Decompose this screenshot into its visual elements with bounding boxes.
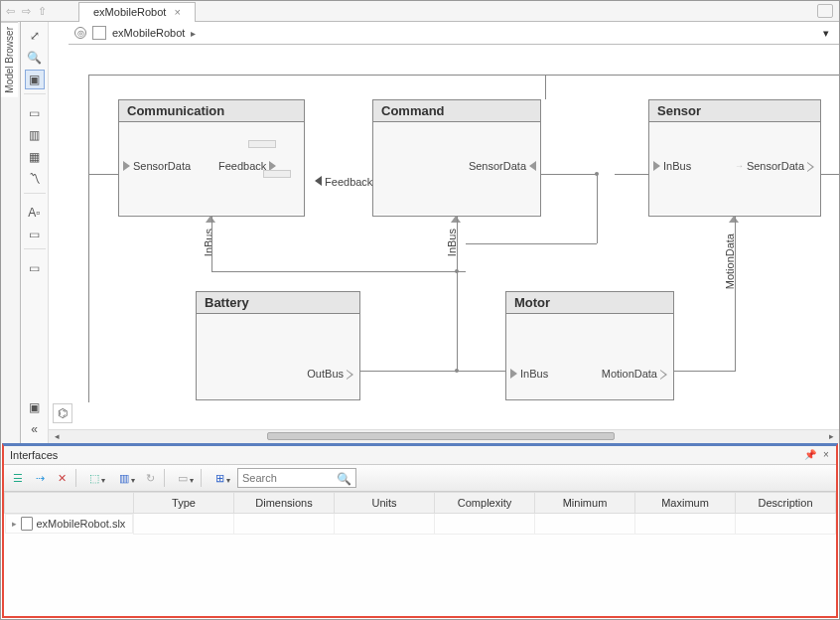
feedback-outport-label: Feedback	[315, 176, 372, 188]
keyboard-icon[interactable]	[817, 4, 833, 18]
pin-icon[interactable]: 📌	[804, 448, 816, 460]
table-header-row: Type Dimensions Units Complexity Minimum…	[5, 493, 836, 514]
outport-icon	[347, 370, 355, 379]
tool-window-icon[interactable]: ▭	[25, 103, 45, 123]
tool-grid-icon[interactable]: ▦	[25, 147, 45, 167]
row-name: exMobileRobot.slx	[37, 518, 126, 530]
comm-bottom-label: InBus	[203, 229, 214, 256]
nav-back-icon[interactable]: ⇦	[3, 5, 17, 19]
col-type[interactable]: Type	[134, 493, 234, 514]
inport-icon	[123, 161, 130, 171]
close-icon[interactable]: ×	[820, 448, 832, 460]
inport-icon	[529, 161, 536, 171]
col-maximum[interactable]: Maximum	[635, 493, 736, 514]
save-dropdown-icon[interactable]: ▥	[110, 468, 138, 488]
block-command[interactable]: Command SensorData	[372, 99, 541, 217]
block-communication[interactable]: Communication SensorData Feedback	[118, 99, 305, 217]
interfaces-toolbar: ☰ ⇢ ✕ ⬚ ▥ ↻ ▭ ⊞ 🔍	[4, 465, 836, 492]
col-name[interactable]	[5, 493, 134, 514]
outport-icon	[660, 370, 669, 379]
bottom-port-icon	[729, 216, 739, 223]
block-sensor[interactable]: Sensor InBus → SensorData	[648, 99, 821, 217]
block-title: Sensor	[649, 100, 820, 122]
block-title: Battery	[197, 292, 359, 314]
zoom-normal-icon[interactable]: ⤢	[25, 26, 45, 46]
fit-view-icon[interactable]: ▣	[25, 70, 45, 89]
inport-icon	[510, 369, 517, 379]
add-interface-icon[interactable]: ☰	[8, 468, 28, 488]
image-icon[interactable]: ▭	[25, 258, 45, 278]
breadcrumb-dropdown-icon[interactable]: ▾	[819, 26, 833, 40]
tool-chart-icon[interactable]: 〽	[25, 169, 45, 189]
target-icon[interactable]: ◎	[74, 27, 86, 39]
annotation-icon[interactable]: A▫	[25, 203, 45, 223]
horizontal-scrollbar[interactable]: ◂ ▸	[49, 429, 839, 443]
bottom-port-icon	[206, 216, 215, 223]
link-dropdown-icon[interactable]: ⬚	[80, 468, 108, 488]
add-element-icon[interactable]: ⇢	[30, 468, 50, 488]
scrollbar-thumb[interactable]	[267, 432, 615, 440]
breadcrumb: ◎ exMobileRobot ▸ ▾	[69, 22, 839, 45]
tab-model[interactable]: exMobileRobot	[78, 2, 196, 22]
diagram-canvas[interactable]: Communication SensorData Feedback	[49, 45, 839, 429]
col-units[interactable]: Units	[335, 493, 435, 514]
hierarchy-icon[interactable]: ⌬	[53, 403, 72, 423]
model-browser-label: Model Browser	[1, 22, 18, 97]
left-toolbar: ⤢ 🔍 ▣ ▭ ▥ ▦ 〽 A▫ ▭ ▭ ▣ «	[21, 22, 49, 443]
interfaces-panel: Interfaces 📌 × ☰ ⇢ ✕ ⬚ ▥ ↻ ▭ ⊞ 🔍	[2, 443, 838, 618]
interfaces-table: Type Dimensions Units Complexity Minimum…	[4, 492, 836, 616]
inport-icon	[653, 161, 660, 171]
view-dropdown-icon[interactable]: ⊞	[206, 468, 233, 488]
block-title: Motor	[506, 292, 673, 314]
block-title: Command	[373, 100, 540, 122]
viewmark-icon[interactable]: ▭	[25, 225, 45, 244]
camera-icon[interactable]: ▣	[25, 397, 45, 417]
tab-bar: ⇦ ⇨ ⇧ exMobileRobot	[1, 1, 839, 22]
delete-icon[interactable]: ✕	[52, 468, 71, 488]
model-icon[interactable]	[92, 26, 106, 40]
file-icon	[21, 517, 33, 531]
chevron-right-icon: ▸	[191, 28, 196, 39]
breadcrumb-model[interactable]: exMobileRobot	[112, 27, 185, 39]
refresh-icon[interactable]: ↻	[140, 468, 160, 488]
zoom-in-icon[interactable]: 🔍	[25, 48, 45, 68]
search-box[interactable]: 🔍	[237, 468, 356, 488]
search-input[interactable]	[242, 472, 332, 484]
col-dimensions[interactable]: Dimensions	[234, 493, 335, 514]
nav-up-icon[interactable]: ⇧	[35, 5, 49, 19]
col-description[interactable]: Description	[736, 493, 836, 514]
collapse-icon[interactable]: «	[25, 419, 45, 439]
model-browser-collapsed[interactable]: Model Browser	[1, 22, 21, 443]
filter-dropdown-icon[interactable]: ▭	[169, 468, 197, 488]
tool-panel-icon[interactable]: ▥	[25, 125, 45, 145]
col-minimum[interactable]: Minimum	[535, 493, 635, 514]
block-title: Communication	[119, 100, 304, 122]
col-complexity[interactable]: Complexity	[435, 493, 535, 514]
interfaces-title: Interfaces	[10, 449, 58, 461]
block-battery[interactable]: Battery OutBus	[196, 291, 360, 400]
block-motor[interactable]: Motor InBus MotionData	[505, 291, 674, 400]
outport-icon	[807, 162, 816, 171]
nav-forward-icon[interactable]: ⇨	[19, 5, 33, 19]
bottom-port-icon	[451, 216, 461, 223]
search-icon: 🔍	[337, 472, 351, 486]
table-row[interactable]: ▸ exMobileRobot.slx	[5, 514, 836, 535]
